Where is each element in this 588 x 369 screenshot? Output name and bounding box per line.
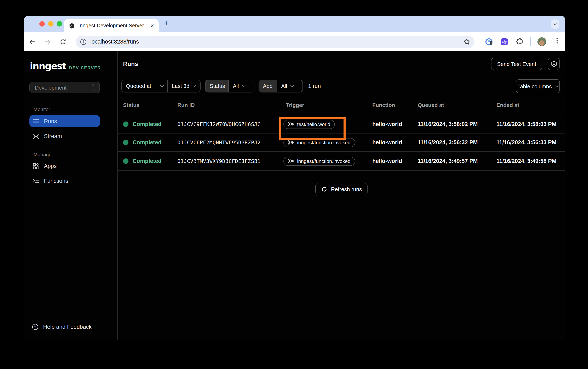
time-field-label: Queued at	[126, 83, 151, 89]
status-cell: Completed	[123, 158, 177, 164]
queued-at-cell: 11/16/2024, 3:56:32 PM	[418, 139, 497, 145]
status-filter-group: Status All	[205, 80, 254, 92]
dev-server-badge: DEV SERVER	[69, 65, 101, 70]
refresh-runs-button[interactable]: Refresh runs	[315, 183, 368, 195]
ended-at-cell: 11/16/2024, 3:58:03 PM	[497, 121, 565, 127]
settings-gear-button[interactable]	[548, 58, 560, 70]
sidebar-item-runs[interactable]: Runs	[30, 115, 100, 127]
new-tab-icon[interactable]: +	[164, 19, 169, 28]
main-content: Runs Send Test Event Queued at L	[118, 51, 565, 340]
column-header-ended-at: Ended at	[497, 102, 565, 108]
app-area: inngest DEV SERVER Development Monitor R…	[24, 51, 565, 340]
browser-tab[interactable]: Inngest Development Server ✕	[64, 19, 159, 32]
run-id-cell: 01JCVBTMV3WXY9D3CFDEJFZSB1	[177, 158, 286, 164]
environment-selector[interactable]: Development	[30, 82, 100, 93]
sidebar-item-label: Runs	[44, 118, 57, 124]
chevron-down-icon	[242, 84, 246, 87]
status-dot-icon	[123, 158, 129, 164]
column-header-run-id: Run ID	[177, 102, 286, 108]
page-header: Runs Send Test Event	[118, 51, 565, 77]
time-range-dropdown[interactable]: Last 3d	[167, 80, 200, 92]
chevron-down-icon	[160, 84, 164, 87]
trigger-cell: test/hello.world	[286, 120, 372, 129]
sidebar-item-apps[interactable]: Apps	[30, 160, 100, 172]
run-count: 1 run	[308, 83, 321, 89]
time-field-dropdown[interactable]: Queued at	[122, 80, 167, 92]
app-filter-group: App All	[258, 80, 303, 92]
status-dot-icon	[123, 140, 129, 145]
reload-icon[interactable]	[60, 38, 66, 45]
event-signal-icon	[287, 140, 294, 145]
column-header-function: Function	[372, 102, 418, 108]
trigger-badge: test/hello.world	[283, 120, 335, 129]
password-manager-extension-icon[interactable]	[485, 38, 493, 46]
profile-avatar[interactable]	[538, 37, 546, 46]
help-question-icon: ?	[32, 323, 39, 330]
status-cell: Completed	[123, 121, 177, 127]
table-columns-label: Table columns	[517, 83, 552, 89]
functions-list-icon	[33, 177, 39, 184]
filter-bar: Queued at Last 3d Status All	[118, 77, 565, 95]
sidebar-item-stream[interactable]: Stream	[30, 130, 100, 142]
event-signal-icon	[287, 159, 294, 163]
window-close-button[interactable]	[39, 21, 45, 27]
sidebar-item-label: Functions	[44, 178, 68, 184]
table-columns-button[interactable]: Table columns	[516, 79, 560, 93]
screen: Inngest Development Server ✕ +	[0, 0, 588, 369]
table-row[interactable]: Completed 01JCVC9EFKJ2W70WQHC6ZH6SJC tes…	[118, 115, 565, 133]
function-cell: hello-world	[372, 158, 418, 164]
url-bar[interactable]: localhost:8288/runs	[76, 35, 474, 48]
help-label: Help and Feedback	[43, 324, 91, 330]
app-filter-label: App	[259, 80, 277, 92]
run-id-cell: 01JCVC9EFKJ2W70WQHC6ZH6SJC	[177, 121, 286, 127]
help-and-feedback[interactable]: ? Help and Feedback	[32, 323, 91, 330]
refresh-label: Refresh runs	[331, 186, 362, 192]
extensions-puzzle-icon[interactable]	[516, 38, 523, 45]
environment-value: Development	[35, 84, 67, 91]
forward-icon[interactable]	[44, 38, 51, 45]
table-row[interactable]: Completed 01JCVBTMV3WXY9D3CFDEJFZSB1 inn…	[118, 152, 565, 171]
send-test-event-button[interactable]: Send Test Event	[491, 58, 542, 70]
tab-search-button[interactable]	[551, 20, 559, 29]
bookmark-star-icon[interactable]	[463, 38, 470, 45]
time-filter-group: Queued at Last 3d	[121, 80, 200, 92]
purple-extension-icon[interactable]	[500, 38, 508, 45]
sidebar: inngest DEV SERVER Development Monitor R…	[24, 51, 118, 340]
status-filter-dropdown[interactable]: All	[228, 80, 254, 92]
status-text: Completed	[133, 158, 162, 164]
inngest-favicon	[68, 22, 75, 29]
gear-icon	[550, 61, 557, 67]
tab-title: Inngest Development Server	[78, 23, 146, 29]
window-minimize-button[interactable]	[48, 21, 53, 27]
browser-toolbar: localhost:8288/runs	[24, 32, 565, 51]
trigger-badge: inngest/function.invoked	[283, 138, 355, 147]
runs-table: Status Run ID Trigger Function Queued at…	[118, 95, 565, 171]
toolbar-separator	[530, 37, 531, 46]
app-filter-dropdown[interactable]: All	[277, 80, 302, 92]
trigger-cell: inngest/function.invoked	[286, 138, 372, 147]
refresh-row: Refresh runs	[118, 183, 565, 195]
sidebar-item-label: Stream	[44, 133, 62, 139]
site-info-icon[interactable]	[80, 38, 87, 45]
run-id-cell: 01JCVC6PF2MQNMTWE95BBRZPJ2	[177, 139, 286, 145]
function-cell: hello-world	[372, 121, 418, 127]
app-filter-value: All	[281, 83, 287, 89]
runs-list-icon	[33, 118, 39, 124]
table-header-row: Status Run ID Trigger Function Queued at…	[118, 95, 565, 115]
trigger-name: inngest/function.invoked	[297, 140, 350, 145]
status-filter-label: Status	[206, 80, 228, 92]
status-dot-icon	[123, 122, 129, 127]
table-row[interactable]: Completed 01JCVC6PF2MQNMTWE95BBRZPJ2 inn…	[118, 133, 565, 152]
queued-at-cell: 11/16/2024, 3:49:57 PM	[418, 158, 497, 164]
trigger-name: test/hello.world	[297, 121, 330, 127]
manage-section-label: Manage	[34, 152, 52, 158]
chevron-down-icon	[193, 84, 196, 87]
tab-close-icon[interactable]: ✕	[149, 23, 155, 29]
select-updown-icon	[92, 85, 94, 90]
window-zoom-button[interactable]	[57, 21, 62, 27]
url-text: localhost:8288/runs	[90, 39, 139, 45]
browser-window: Inngest Development Server ✕ +	[24, 16, 565, 340]
back-icon[interactable]	[29, 38, 36, 45]
browser-menu-icon[interactable]	[557, 38, 558, 43]
sidebar-item-functions[interactable]: Functions	[30, 175, 100, 186]
